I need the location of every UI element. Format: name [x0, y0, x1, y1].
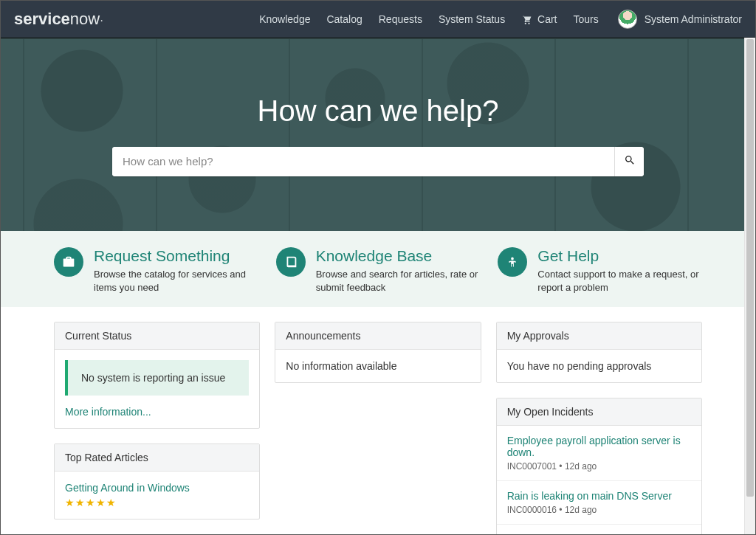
- top-nav: servicenow. Knowledge Catalog Requests S…: [1, 1, 755, 38]
- article-link[interactable]: Getting Around in Windows: [65, 482, 249, 494]
- panel-header: Top Rated Articles: [55, 444, 259, 472]
- quick-link-request-something[interactable]: Request Something Browse the catalog for…: [54, 247, 258, 294]
- nav-links: Knowledge Catalog Requests System Status…: [259, 13, 599, 25]
- incident-list: Employee payroll application server is d…: [497, 426, 701, 534]
- search-input[interactable]: [112, 147, 614, 176]
- hero-title: How can we help?: [258, 94, 499, 128]
- search-bar: [112, 147, 644, 176]
- panel-announcements: Announcements No information available: [275, 322, 481, 383]
- quick-link-knowledge-base[interactable]: Knowledge Base Browse and search for art…: [276, 247, 481, 294]
- announcements-body: No information available: [275, 350, 480, 382]
- quick-link-desc: Browse the catalog for services and item…: [94, 268, 258, 294]
- scrollbar[interactable]: [744, 38, 755, 534]
- star-rating: ★★★★★: [65, 497, 249, 508]
- nav-link-cart[interactable]: Cart: [521, 13, 557, 25]
- user-name: System Administrator: [645, 13, 742, 25]
- brand-dot: .: [100, 15, 103, 23]
- brand-logo[interactable]: servicenow.: [14, 10, 103, 29]
- hero: How can we help?: [1, 38, 755, 231]
- panel-header: Announcements: [275, 322, 480, 350]
- quick-link-title: Request Something: [94, 247, 258, 265]
- panel-current-status: Current Status No system is reporting an…: [54, 322, 260, 429]
- incident-link[interactable]: Employee payroll application server is d…: [507, 435, 691, 458]
- brand-text: service: [14, 10, 70, 29]
- search-icon: [624, 156, 636, 168]
- middle-column: Announcements No information available: [275, 322, 481, 534]
- panel-header: Current Status: [55, 322, 259, 350]
- incident-item: Employee payroll application server is d…: [497, 426, 701, 480]
- person-icon: [498, 247, 527, 277]
- quick-link-get-help[interactable]: Get Help Contact support to make a reque…: [498, 247, 702, 294]
- nav-link-catalog[interactable]: Catalog: [326, 13, 362, 25]
- user-menu[interactable]: System Administrator: [618, 10, 742, 29]
- quick-link-desc: Browse and search for articles, rate or …: [316, 268, 481, 294]
- nav-link-tours[interactable]: Tours: [574, 13, 599, 25]
- book-icon: [276, 247, 306, 277]
- search-button[interactable]: [614, 147, 644, 176]
- cart-icon: [521, 13, 535, 25]
- left-column: Current Status No system is reporting an…: [54, 322, 260, 534]
- panel-my-approvals: My Approvals You have no pending approva…: [496, 322, 702, 383]
- panel-top-rated-articles: Top Rated Articles Getting Around in Win…: [54, 443, 260, 520]
- nav-link-system-status[interactable]: System Status: [439, 13, 505, 25]
- nav-link-requests[interactable]: Requests: [379, 13, 422, 25]
- status-banner: No system is reporting an issue: [65, 360, 249, 396]
- incident-link[interactable]: JavaScript error on hiring page of corpo…: [507, 534, 691, 534]
- right-column: My Approvals You have no pending approva…: [496, 322, 702, 534]
- more-information-link[interactable]: More information...: [65, 406, 151, 418]
- quick-link-title: Knowledge Base: [316, 247, 481, 265]
- incident-item: JavaScript error on hiring page of corpo…: [497, 524, 701, 534]
- briefcase-icon: [54, 247, 83, 277]
- incident-link[interactable]: Rain is leaking on main DNS Server: [507, 490, 691, 502]
- incident-item: Rain is leaking on main DNS Server INC00…: [497, 480, 701, 524]
- scrollbar-thumb[interactable]: [746, 39, 754, 497]
- incident-meta: INC0007001 • 12d ago: [507, 461, 691, 472]
- cart-label: Cart: [537, 13, 557, 25]
- brand-text-light: now: [70, 10, 100, 29]
- panel-my-open-incidents: My Open Incidents Employee payroll appli…: [496, 398, 702, 534]
- main-content: Current Status No system is reporting an…: [1, 307, 755, 534]
- avatar: [618, 10, 637, 29]
- quick-link-desc: Contact support to make a request, or re…: [537, 268, 702, 294]
- quick-link-title: Get Help: [537, 247, 702, 265]
- panel-header: My Approvals: [497, 322, 701, 350]
- approvals-body: You have no pending approvals: [497, 350, 701, 382]
- panel-header: My Open Incidents: [497, 398, 701, 426]
- incident-meta: INC0000016 • 12d ago: [507, 505, 691, 515]
- nav-link-knowledge[interactable]: Knowledge: [259, 13, 310, 25]
- quick-links-strip: Request Something Browse the catalog for…: [1, 231, 755, 307]
